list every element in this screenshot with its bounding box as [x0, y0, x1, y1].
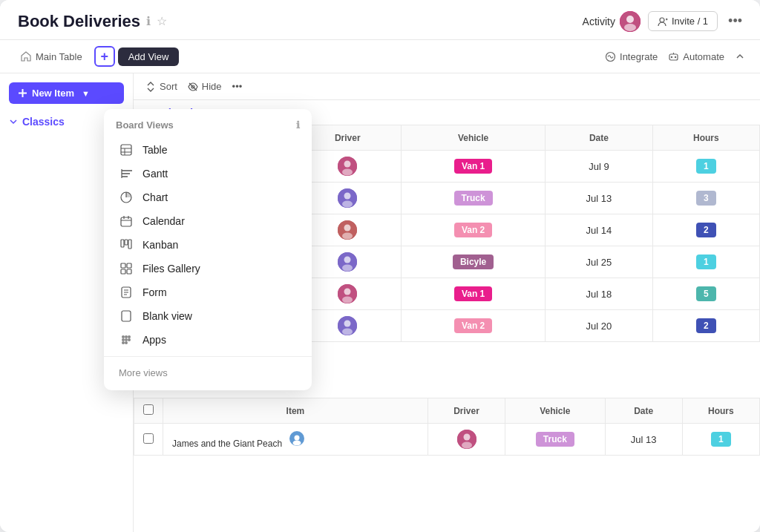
svg-point-22 [344, 225, 351, 231]
dropdown-item-calendar[interactable]: Calendar [104, 209, 312, 233]
svg-point-69 [125, 338, 128, 341]
vehicle-cell: Truck [401, 183, 545, 214]
svg-rect-56 [121, 263, 125, 268]
table-row: James and the Giant Peach Truck Jul 13 1 [134, 424, 760, 456]
svg-point-20 [342, 201, 353, 208]
header-left: Book Deliveries ℹ ☆ [18, 12, 167, 31]
chart-icon [119, 191, 134, 203]
hours-cell: 2 [652, 310, 759, 342]
more-views-button[interactable]: More views [104, 361, 312, 384]
gantt-label: Gantt [142, 168, 168, 180]
kf-row-checkbox[interactable] [143, 433, 154, 444]
vehicle-column-header: Vehicle [401, 125, 545, 151]
dropdown-item-chart[interactable]: Chart [104, 185, 312, 209]
gantt-icon [119, 168, 134, 180]
collapse-button[interactable] [735, 51, 745, 62]
add-view-button[interactable]: + [94, 46, 115, 67]
svg-point-37 [463, 434, 470, 441]
content-area: New Item ▼ Classics Sort Hide [0, 73, 760, 532]
svg-point-1 [626, 16, 634, 23]
add-view-label[interactable]: Add View [118, 47, 180, 66]
svg-point-3 [660, 18, 664, 22]
activity-button[interactable]: Activity [583, 11, 641, 32]
integrate-icon [605, 51, 616, 62]
kf-vehicle-cell: Truck [505, 424, 605, 456]
hide-label: Hide [202, 81, 222, 92]
automate-button[interactable]: Automate [668, 51, 724, 62]
dropdown-item-blank-view[interactable]: Blank view [104, 304, 312, 328]
main-table-label: Main Table [36, 51, 82, 62]
svg-rect-54 [125, 240, 128, 245]
vehicle-cell: Van 2 [401, 214, 545, 246]
hours-column-header: Hours [652, 125, 759, 151]
eye-icon [188, 82, 198, 92]
dropdown-item-gantt[interactable]: Gantt [104, 162, 312, 185]
svg-point-67 [128, 335, 131, 338]
integrate-button[interactable]: Integrate [605, 51, 658, 62]
sort-button[interactable]: Sort [145, 81, 177, 92]
svg-point-16 [344, 161, 351, 168]
more-table-options[interactable]: ••• [232, 81, 243, 92]
add-view-container: + Add View [94, 46, 180, 67]
files-gallery-icon [119, 263, 134, 275]
app-window: Book Deliveries ℹ ☆ Activity Invite / 1 … [0, 0, 760, 532]
date-cell: Jul 25 [546, 246, 652, 278]
svg-rect-49 [121, 217, 131, 226]
invite-button[interactable]: Invite / 1 [648, 11, 718, 31]
kf-date-cell: Jul 13 [605, 424, 682, 456]
chevron-up-icon [735, 51, 745, 62]
header-right: Activity Invite / 1 ••• [583, 10, 745, 32]
svg-point-71 [122, 341, 125, 344]
table-toolbar: Sort Hide ••• [134, 73, 760, 100]
dropdown-item-table[interactable]: Table [104, 138, 312, 162]
dropdown-item-form[interactable]: Form [104, 280, 312, 304]
blank-view-icon [119, 310, 134, 322]
dropdown-item-apps[interactable]: Apps [104, 328, 312, 352]
table-label: Table [142, 144, 167, 156]
svg-point-68 [122, 338, 125, 341]
svg-point-32 [342, 329, 353, 335]
chart-label: Chart [142, 191, 168, 203]
svg-point-9 [675, 56, 676, 57]
hours-cell: 5 [652, 278, 759, 310]
dropdown-item-files-gallery[interactable]: Files Gallery [104, 257, 312, 280]
kf-hours-header: Hours [682, 398, 759, 424]
svg-point-25 [344, 257, 351, 263]
more-options-button[interactable]: ••• [725, 10, 745, 32]
vehicle-cell: Van 1 [401, 151, 545, 183]
star-icon[interactable]: ☆ [157, 14, 167, 28]
person-add-icon [658, 16, 668, 27]
svg-rect-59 [127, 269, 131, 274]
kf-row-checkbox-cell[interactable] [134, 424, 163, 456]
svg-point-66 [125, 335, 128, 338]
svg-point-2 [624, 24, 636, 31]
kf-item-name-cell: James and the Giant Peach [163, 424, 428, 456]
new-item-button[interactable]: New Item ▼ [9, 82, 124, 104]
main-table-tab[interactable]: Main Table [15, 48, 88, 65]
automate-label: Automate [683, 51, 724, 62]
activity-label: Activity [583, 16, 615, 27]
date-cell: Jul 13 [546, 183, 652, 214]
info-icon[interactable]: ℹ [146, 14, 151, 28]
kf-hours-cell: 1 [682, 424, 759, 456]
kf-vehicle-header: Vehicle [505, 398, 605, 424]
hide-button[interactable]: Hide [188, 81, 222, 92]
header: Book Deliveries ℹ ☆ Activity Invite / 1 … [0, 0, 760, 40]
form-icon [119, 286, 134, 298]
toolbar-right: Integrate Automate [605, 51, 745, 62]
dropdown-item-kanban[interactable]: Kanban [104, 233, 312, 257]
board-views-label: Board Views [116, 119, 174, 131]
svg-rect-39 [121, 145, 131, 155]
svg-point-65 [122, 335, 125, 338]
kanban-label: Kanban [142, 239, 178, 251]
hours-cell: 2 [652, 214, 759, 246]
sort-icon [145, 82, 156, 92]
svg-point-29 [342, 297, 353, 303]
kf-select-all-checkbox[interactable] [143, 404, 154, 415]
kf-driver-header: Driver [428, 398, 505, 424]
home-icon [21, 51, 31, 62]
kf-select-all-header[interactable] [134, 398, 163, 424]
svg-rect-7 [669, 54, 678, 60]
apps-icon [119, 334, 134, 346]
kanban-icon [119, 239, 134, 251]
